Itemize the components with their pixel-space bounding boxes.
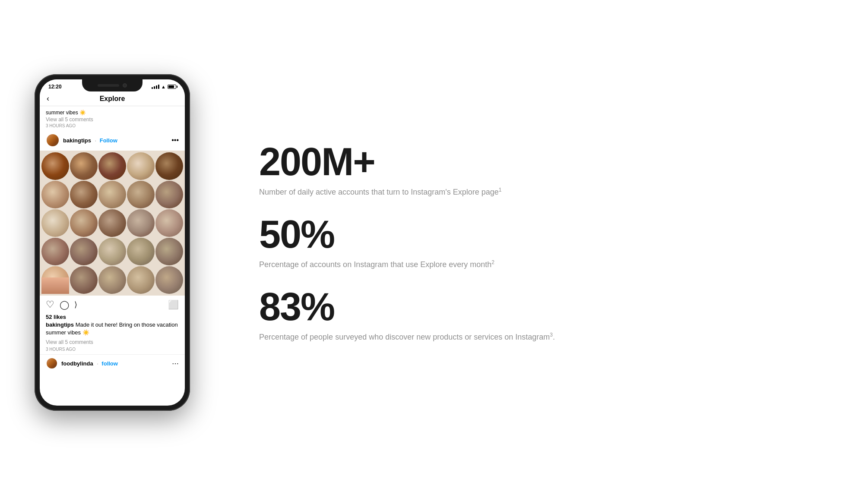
- stat-description-3: Percentage of people surveyed who discov…: [259, 331, 561, 343]
- next-avatar[interactable]: [46, 357, 58, 369]
- post-timestamp: 3 HOURS AGO: [40, 346, 185, 354]
- dot-separator: ·: [95, 137, 98, 144]
- donut-24: [127, 266, 155, 294]
- prev-caption: summer vibes ☀️: [46, 110, 179, 116]
- status-right: ▲: [152, 84, 176, 89]
- donut-22: [70, 266, 98, 294]
- donut-7: [70, 181, 98, 208]
- back-button[interactable]: ‹: [47, 94, 60, 103]
- next-post-info: foodbylinda · follow: [61, 359, 172, 367]
- donut-9: [127, 181, 155, 208]
- screen-content: summer vibes ☀️ View all 5 comments 3 HO…: [40, 106, 185, 406]
- stat-number-1: 200M+: [259, 142, 833, 181]
- phone-screen: 12:20 ▲ ‹ Explore: [40, 79, 185, 406]
- comment-button[interactable]: ◯: [60, 299, 69, 310]
- like-button[interactable]: ♡: [46, 299, 54, 310]
- phone-speaker: [98, 84, 119, 87]
- stat-number-2: 50%: [259, 215, 833, 254]
- wifi-icon: ▲: [161, 84, 166, 89]
- next-more-button[interactable]: ⋯: [172, 359, 179, 368]
- prev-view-comments[interactable]: View all 5 comments: [46, 117, 179, 123]
- post-image: [40, 151, 185, 296]
- likes-count: 52 likes: [40, 314, 185, 320]
- avatar[interactable]: [46, 133, 60, 147]
- caption-username[interactable]: bakingtips: [46, 321, 74, 328]
- next-post-username[interactable]: foodbylinda: [61, 360, 93, 367]
- post-info: bakingtips · Follow: [63, 136, 171, 144]
- donut-16: [41, 238, 69, 265]
- stats-section: 200M+ Number of daily active accounts th…: [225, 117, 868, 369]
- phone-section: 12:20 ▲ ‹ Explore: [0, 66, 225, 419]
- share-button[interactable]: ⟩: [74, 300, 77, 309]
- signal-bar-2: [154, 86, 155, 89]
- donut-12: [70, 209, 98, 237]
- donut-18: [98, 238, 126, 265]
- battery-fill: [168, 85, 174, 88]
- phone-camera: [123, 83, 127, 88]
- donut-3: [98, 152, 126, 180]
- phone-frame: 12:20 ▲ ‹ Explore: [35, 74, 190, 411]
- donut-4: [127, 152, 155, 180]
- stat-description-2: Percentage of accounts on Instagram that…: [259, 259, 561, 270]
- donut-25: [155, 266, 183, 294]
- stat-block-1: 200M+ Number of daily active accounts th…: [259, 142, 833, 198]
- donut-23: [98, 266, 126, 294]
- next-follow-button[interactable]: follow: [101, 360, 118, 367]
- next-avatar-image: [47, 358, 57, 368]
- stat-number-3: 83%: [259, 287, 833, 326]
- post-caption: bakingtips Made it out here! Bring on th…: [40, 320, 185, 338]
- donut-15: [155, 209, 183, 237]
- view-all-comments[interactable]: View all 5 comments: [40, 338, 185, 346]
- donut-19: [127, 238, 155, 265]
- donut-14: [127, 209, 155, 237]
- donut-8: [98, 181, 126, 208]
- next-post-header: foodbylinda · follow ⋯: [40, 354, 185, 372]
- battery-icon: [168, 85, 176, 89]
- post-actions: ♡ ◯ ⟩ ⬜: [40, 296, 185, 314]
- prev-post-footer: summer vibes ☀️ View all 5 comments 3 HO…: [40, 106, 185, 130]
- post-username[interactable]: bakingtips: [63, 137, 91, 144]
- signal-bar-1: [152, 87, 153, 89]
- prev-timestamp: 3 HOURS AGO: [46, 123, 179, 128]
- stat-block-2: 50% Percentage of accounts on Instagram …: [259, 215, 833, 270]
- phone-notch: [82, 79, 143, 91]
- avatar-image: [47, 134, 59, 146]
- follow-button[interactable]: Follow: [100, 137, 117, 144]
- status-time: 12:20: [48, 84, 62, 90]
- stat-description-1: Number of daily active accounts that tur…: [259, 186, 561, 198]
- save-button[interactable]: ⬜: [168, 299, 179, 310]
- donut-hand: [41, 266, 69, 294]
- donut-13: [98, 209, 126, 237]
- signal-bar-3: [156, 85, 157, 89]
- next-dot-separator: ·: [97, 360, 100, 367]
- more-button[interactable]: •••: [171, 136, 179, 144]
- donut-20: [155, 238, 183, 265]
- stat-block-3: 83% Percentage of people surveyed who di…: [259, 287, 833, 343]
- donut-11: [41, 209, 69, 237]
- signal-bars: [152, 85, 159, 89]
- nav-bar: ‹ Explore: [40, 91, 185, 106]
- donut-17: [70, 238, 98, 265]
- donut-2: [70, 152, 98, 180]
- donut-5: [155, 152, 183, 180]
- donut-10: [155, 181, 183, 208]
- post-header: bakingtips · Follow •••: [40, 130, 185, 151]
- donut-1: [41, 152, 69, 180]
- nav-title: Explore: [60, 95, 165, 103]
- signal-bar-4: [158, 85, 159, 89]
- donut-6: [41, 181, 69, 208]
- donut-grid: [40, 151, 185, 296]
